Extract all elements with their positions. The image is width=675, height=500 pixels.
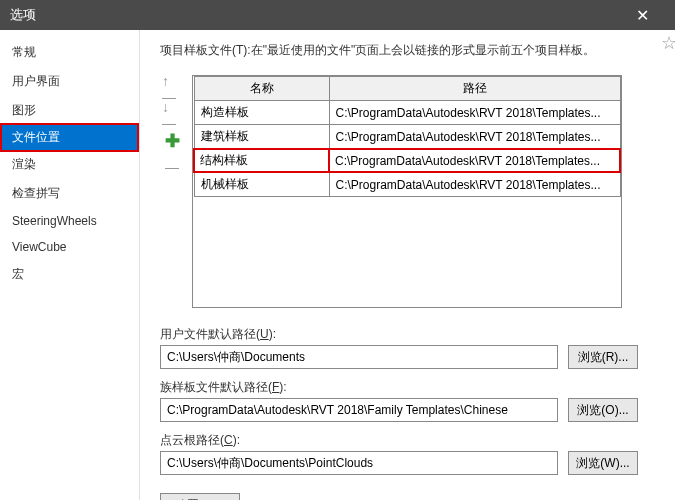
sidebar-item-8[interactable]: 宏 <box>0 260 139 289</box>
description-text: 项目样板文件(T):在"最近使用的文件"页面上会以链接的形式显示前五个项目样板。 <box>160 42 655 59</box>
column-header-name[interactable]: 名称 <box>194 77 329 101</box>
cell-name[interactable]: 结构样板 <box>194 149 329 172</box>
window-title: 选项 <box>10 6 620 24</box>
move-down-button[interactable]: ↓— <box>162 105 182 125</box>
main: 常规用户界面图形文件位置渲染检查拼写SteeringWheelsViewCube… <box>0 30 675 500</box>
template-table: 名称 路径 构造样板C:\ProgramData\Autodesk\RVT 20… <box>192 75 622 308</box>
sidebar-item-1[interactable]: 用户界面 <box>0 67 139 96</box>
path-field-1: 族样板文件默认路径(F):浏览(O)... <box>160 379 655 422</box>
sidebar-item-3[interactable]: 文件位置 <box>0 123 139 152</box>
remove-row-button[interactable]: — <box>162 157 182 177</box>
cell-path[interactable]: C:\ProgramData\Autodesk\RVT 2018\Templat… <box>329 172 620 197</box>
field-input-row: 浏览(W)... <box>160 451 655 475</box>
path-field-2: 点云根路径(C):浏览(W)... <box>160 432 655 475</box>
content-pane: 项目样板文件(T):在"最近使用的文件"页面上会以链接的形式显示前五个项目样板。… <box>140 30 675 500</box>
cell-name[interactable]: 建筑样板 <box>194 125 329 150</box>
browse-button[interactable]: 浏览(W)... <box>568 451 638 475</box>
cell-path[interactable]: C:\ProgramData\Autodesk\RVT 2018\Templat… <box>329 125 620 150</box>
sidebar: 常规用户界面图形文件位置渲染检查拼写SteeringWheelsViewCube… <box>0 30 140 500</box>
add-row-button[interactable]: ✚ <box>162 131 182 151</box>
close-button[interactable]: ✕ <box>620 0 665 30</box>
field-label: 用户文件默认路径(U): <box>160 326 655 343</box>
table-row[interactable]: 机械样板C:\ProgramData\Autodesk\RVT 2018\Tem… <box>194 172 620 197</box>
sidebar-item-5[interactable]: 检查拼写 <box>0 179 139 208</box>
star-icon[interactable]: ☆ <box>661 32 675 54</box>
browse-button[interactable]: 浏览(R)... <box>568 345 638 369</box>
sidebar-item-0[interactable]: 常规 <box>0 38 139 67</box>
path-input[interactable] <box>160 345 558 369</box>
path-input[interactable] <box>160 398 558 422</box>
sidebar-item-2[interactable]: 图形 <box>0 96 139 125</box>
path-input[interactable] <box>160 451 558 475</box>
sidebar-item-4[interactable]: 渲染 <box>0 150 139 179</box>
place-button[interactable]: 放置(P)... <box>160 493 240 500</box>
sidebar-item-7[interactable]: ViewCube <box>0 234 139 260</box>
cell-name[interactable]: 构造样板 <box>194 101 329 125</box>
path-field-0: 用户文件默认路径(U):浏览(R)... <box>160 326 655 369</box>
titlebar: 选项 ✕ <box>0 0 675 30</box>
field-label: 族样板文件默认路径(F): <box>160 379 655 396</box>
table-row[interactable]: 构造样板C:\ProgramData\Autodesk\RVT 2018\Tem… <box>194 101 620 125</box>
field-input-row: 浏览(O)... <box>160 398 655 422</box>
table-row[interactable]: 结构样板C:\ProgramData\Autodesk\RVT 2018\Tem… <box>194 149 620 172</box>
field-label: 点云根路径(C): <box>160 432 655 449</box>
template-table-area: ↑— ↓— ✚ — 名称 路径 构造样板C:\ProgramData\Autod… <box>160 75 655 308</box>
cell-path[interactable]: C:\ProgramData\Autodesk\RVT 2018\Templat… <box>329 101 620 125</box>
table-row[interactable]: 建筑样板C:\ProgramData\Autodesk\RVT 2018\Tem… <box>194 125 620 150</box>
sidebar-item-6[interactable]: SteeringWheels <box>0 208 139 234</box>
move-up-button[interactable]: ↑— <box>162 79 182 99</box>
cell-path[interactable]: C:\ProgramData\Autodesk\RVT 2018\Templat… <box>329 149 620 172</box>
field-input-row: 浏览(R)... <box>160 345 655 369</box>
column-header-path[interactable]: 路径 <box>329 77 620 101</box>
table-button-column: ↑— ↓— ✚ — <box>160 75 184 308</box>
browse-button[interactable]: 浏览(O)... <box>568 398 638 422</box>
cell-name[interactable]: 机械样板 <box>194 172 329 197</box>
